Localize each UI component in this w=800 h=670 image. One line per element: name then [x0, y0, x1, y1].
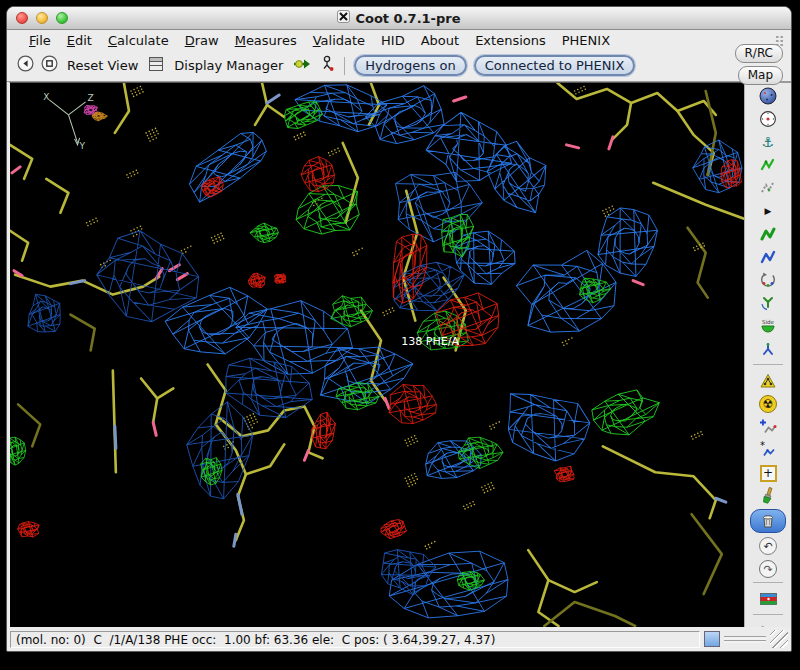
simple-mutate-icon[interactable]: ☢ — [750, 394, 786, 414]
back-icon[interactable] — [17, 55, 34, 76]
status-bar: (mol. no: 0) C /1/A/138 PHE occ: 1.00 bf… — [7, 627, 791, 651]
flag-icon[interactable] — [750, 589, 786, 609]
brush-icon[interactable] — [750, 486, 786, 506]
reset-view-button[interactable]: Reset View — [65, 58, 140, 73]
resize-grip[interactable] — [770, 630, 788, 648]
gl-canvas[interactable]: XZY138 PHE/A — [9, 82, 744, 627]
sphere-icon[interactable] — [750, 86, 786, 106]
display-manager-button[interactable]: Display Manager — [172, 58, 285, 73]
main-area: XZY138 PHE/A ⚓ ▶ — [7, 82, 791, 627]
side-chain-180-icon[interactable]: Side — [750, 316, 786, 336]
rigid-body-fit-icon[interactable] — [750, 155, 786, 175]
toolbar: Reset View Display Manager Hydrogens on … — [7, 50, 791, 82]
delete-item-icon[interactable] — [750, 509, 786, 533]
title-bar[interactable]: Coot 0.7.1-pre — [7, 7, 791, 30]
menu-file[interactable]: File — [21, 33, 59, 48]
toolbar-separator — [344, 57, 345, 75]
undo-icon[interactable]: ↶ — [750, 536, 786, 556]
menu-measures[interactable]: Measures — [227, 33, 305, 48]
add-alt-conf-icon[interactable]: * — [750, 440, 786, 460]
rotate-translate-icon[interactable] — [750, 178, 786, 198]
molecule-scene: XZY138 PHE/A — [10, 83, 744, 627]
svg-text:Side: Side — [762, 319, 775, 325]
window-title: Coot 0.7.1-pre — [355, 11, 460, 26]
hydrogens-toggle-button[interactable]: Hydrogens on — [354, 55, 466, 76]
play-icon[interactable]: ▶ — [750, 201, 786, 221]
menu-validate[interactable]: Validate — [305, 33, 373, 48]
menu-phenix[interactable]: PHENIX — [554, 33, 618, 48]
go-to-atom-icon[interactable] — [292, 56, 312, 76]
real-space-refine-icon[interactable] — [750, 224, 786, 244]
toolbar-separator — [753, 364, 783, 366]
mutate-icon[interactable] — [750, 371, 786, 391]
redo-icon[interactable]: ↷ — [750, 559, 786, 579]
modelling-toolbar: ⚓ ▶ Side — [744, 82, 791, 627]
map-button[interactable]: Map — [738, 66, 783, 85]
menu-about[interactable]: About — [413, 33, 467, 48]
svg-text:X: X — [43, 92, 49, 102]
regularize-icon[interactable] — [750, 247, 786, 267]
scroll-thumb[interactable] — [704, 631, 720, 647]
svg-text:138 PHE/A: 138 PHE/A — [401, 335, 459, 348]
close-button[interactable] — [16, 12, 28, 24]
splitter-handle[interactable] — [724, 636, 766, 643]
menu-draw[interactable]: Draw — [177, 33, 227, 48]
toolbar-separator — [753, 582, 783, 584]
window-title-wrap: Coot 0.7.1-pre — [337, 10, 460, 26]
menu-calculate[interactable]: Calculate — [100, 33, 177, 48]
display-manager-icon[interactable] — [147, 56, 165, 76]
zoom-button[interactable] — [56, 12, 68, 24]
app-window: Coot 0.7.1-pre File Edit Calculate Draw … — [6, 6, 792, 652]
place-atom-icon[interactable]: + — [750, 463, 786, 483]
menu-edit[interactable]: Edit — [59, 33, 100, 48]
clock-icon[interactable] — [750, 109, 786, 129]
minimize-button[interactable] — [36, 12, 48, 24]
auto-fit-rotamer-icon[interactable] — [750, 270, 786, 290]
rotamer-icon[interactable] — [750, 293, 786, 313]
menu-extensions[interactable]: Extensions — [467, 33, 554, 48]
flip-peptide-icon[interactable] — [750, 339, 786, 359]
svg-text:Z: Z — [88, 93, 94, 103]
menu-hid[interactable]: HID — [373, 33, 413, 48]
status-text: (mol. no: 0) C /1/A/138 PHE occ: 1.00 bf… — [10, 631, 700, 648]
x11-icon — [337, 10, 350, 26]
add-terminal-residue-icon[interactable] — [750, 417, 786, 437]
rrc-button[interactable]: R/RC — [735, 44, 784, 63]
molecule-icon[interactable] — [319, 55, 335, 76]
menu-bar: File Edit Calculate Draw Measures Valida… — [7, 30, 791, 50]
toolbar-separator — [753, 614, 783, 616]
svg-text:Y: Y — [79, 141, 86, 151]
anchor-icon[interactable]: ⚓ — [750, 132, 786, 152]
stop-icon[interactable] — [41, 55, 58, 76]
svg-text:*: * — [760, 441, 765, 451]
window-controls — [16, 12, 68, 24]
phenix-connection-button[interactable]: Connected to PHENIX — [474, 55, 636, 76]
